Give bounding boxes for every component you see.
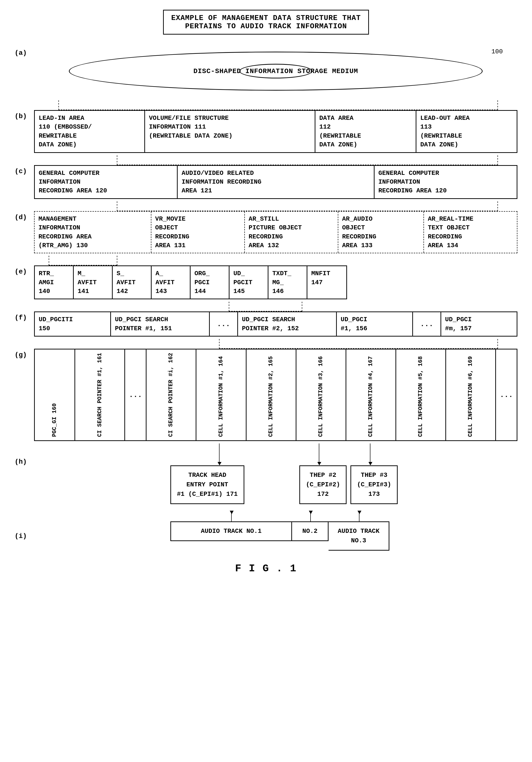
g-cell-6: CELL INFORMATION #2, 165 [246, 349, 297, 440]
row-b: (b) LEAD-IN AREA 110 (EMBOSSED/ REWRITAB… [15, 110, 517, 153]
e-cell-8: MNFIT 147 [307, 266, 346, 299]
b-cell-2: VOLUME/FILE STRUCTURE INFORMATION 111 (R… [145, 111, 315, 152]
row-e-boxes: RTR_ AMGI 140 M_ AVFIT 141 S_ AVFIT 142 … [34, 266, 347, 299]
label-f: (f) [15, 312, 34, 322]
g-cell-8: CELL INFORMATION #4, 167 [346, 349, 396, 440]
i-box-1: AUDIO TRACK NO.1 [170, 521, 292, 541]
row-c: (c) GENERAL COMPUTER INFORMATION RECORDI… [15, 165, 517, 199]
d-cell-1: MANAGEMENT INFORMATION RECORDING AREA (R… [34, 212, 151, 253]
e-cell-2: M_ AVFIT 141 [74, 266, 113, 299]
h-box-2: THEP #2 (C_EPI#2) 172 [299, 465, 347, 504]
row-c-content: GENERAL COMPUTER INFORMATION RECORDING A… [34, 165, 517, 199]
row-d-boxes: MANAGEMENT INFORMATION RECORDING AREA (R… [34, 211, 517, 254]
row-e: (e) RTR_ AMGI 140 M_ AVFIT 141 S_ AVFIT … [15, 266, 517, 299]
disc-number: 100 [491, 48, 503, 55]
e-cell-3: S_ AVFIT 142 [113, 266, 152, 299]
d-cell-4: AR_AUDIO OBJECT RECORDING AREA 133 [338, 212, 424, 253]
e-cell-7: TXDT_ MG_ 146 [268, 266, 307, 299]
c-cell-1: GENERAL COMPUTER INFORMATION RECORDING A… [35, 166, 178, 198]
g-cell-ellipsis-2: ... [496, 349, 517, 440]
h-box-3: THEP #3 (C_EPI#3) 173 [351, 465, 398, 504]
row-d: (d) MANAGEMENT INFORMATION RECORDING ARE… [15, 211, 517, 254]
row-g: (g) PGC_GI 160 CI SEARCH POINTER #1, 161… [15, 349, 517, 441]
label-h: (h) [15, 443, 34, 466]
f-cell-2: UD_PGCI SEARCH POINTER #1, 151 [111, 312, 210, 336]
label-b: (b) [15, 110, 34, 120]
i-box-3: AUDIO TRACK NO.3 [329, 521, 389, 551]
f-cell-5: UD_PGCI #1, 156 [337, 312, 413, 336]
row-h-content: TRACK HEAD ENTRY POINT #1 (C_EPI#1) 171 … [34, 443, 517, 521]
d-cell-2: VR_MOVIE OBJECT RECORDING AREA 131 [151, 212, 245, 253]
disc-container: 100 DISC-SHAPED INFORMATION STORAGE MEDI… [34, 47, 517, 98]
b-cell-1: LEAD-IN AREA 110 (EMBOSSED/ REWRITABLE D… [35, 111, 145, 152]
h-box-1: TRACK HEAD ENTRY POINT #1 (C_EPI#1) 171 [170, 465, 244, 504]
g-cell-7: CELL INFORMATION #3, 166 [297, 349, 346, 440]
i-box-2: NO.2 [292, 521, 329, 541]
label-c: (c) [15, 165, 34, 175]
row-g-boxes: PGC_GI 160 CI SEARCH POINTER #1, 161 ...… [34, 349, 517, 441]
fig-label: F I G . 1 [15, 563, 517, 574]
label-e: (e) [15, 266, 34, 275]
row-c-boxes: GENERAL COMPUTER INFORMATION RECORDING A… [34, 165, 517, 199]
label-g: (g) [15, 349, 34, 359]
row-d-content: MANAGEMENT INFORMATION RECORDING AREA (R… [34, 211, 517, 254]
row-a: (a) 100 DISC-SHAPED INFORMATION STORAGE … [15, 47, 517, 98]
b-cell-3: DATA AREA 112 (REWRITABLE DATA ZONE) [315, 111, 416, 152]
g-cell-ellipsis-1: ... [125, 349, 147, 440]
label-d: (d) [15, 211, 34, 221]
e-cell-6: UD_ PGCIT 145 [230, 266, 268, 299]
row-e-content: RTR_ AMGI 140 M_ AVFIT 141 S_ AVFIT 142 … [34, 266, 517, 299]
e-cell-4: A_ AVFIT 143 [152, 266, 191, 299]
b-cell-4: LEAD-OUT AREA 113 (REWRITABLE DATA ZONE) [416, 111, 517, 152]
row-a-content: 100 DISC-SHAPED INFORMATION STORAGE MEDI… [34, 47, 517, 98]
row-b-boxes: LEAD-IN AREA 110 (EMBOSSED/ REWRITABLE D… [34, 110, 517, 153]
f-cell-4: UD_PGCI SEARCH POINTER #2, 152 [238, 312, 337, 336]
g-cell-4: CI SEARCH POINTER #i, 162 [147, 349, 196, 440]
disc-label: DISC-SHAPED INFORMATION STORAGE MEDIUM [193, 67, 358, 75]
c-cell-3: GENERAL COMPUTER INFORMATION RECORDING A… [374, 166, 517, 198]
label-a: (a) [15, 47, 34, 57]
f-cell-7: UD_PGCI #m, 157 [441, 312, 517, 336]
d-cell-3: AR_STILL PICTURE OBJECT RECORDING AREA 1… [245, 212, 338, 253]
g-cell-9: CELL INFORMATION #5, 168 [396, 349, 446, 440]
e-cell-5: ORG_ PGCI 144 [191, 266, 230, 299]
g-cell-5: CELL INFORMATION #1, 164 [196, 349, 246, 440]
g-cell-2: CI SEARCH POINTER #1, 161 [75, 349, 125, 440]
row-g-content: PGC_GI 160 CI SEARCH POINTER #1, 161 ...… [34, 349, 517, 441]
row-i-content: AUDIO TRACK NO.1 NO.2 AUDIO TRACK NO.3 [34, 521, 517, 551]
page-title: EXAMPLE OF MANAGEMENT DATA STRUCTURE THA… [163, 10, 369, 35]
row-f-content: UD_PGCITI 150 UD_PGCI SEARCH POINTER #1,… [34, 312, 517, 337]
c-cell-2: AUDIO/VIDEO RELATED INFORMATION RECORDIN… [178, 166, 374, 198]
g-cell-1: PGC_GI 160 [35, 349, 75, 440]
f-cell-ellipsis-2: ... [413, 312, 441, 336]
e-cell-1: RTR_ AMGI 140 [35, 266, 74, 299]
row-f: (f) UD_PGCITI 150 UD_PGCI SEARCH POINTER… [15, 312, 517, 337]
label-i: (i) [15, 521, 34, 551]
row-b-content: LEAD-IN AREA 110 (EMBOSSED/ REWRITABLE D… [34, 110, 517, 153]
f-cell-ellipsis-1: ... [210, 312, 238, 336]
row-f-boxes: UD_PGCITI 150 UD_PGCI SEARCH POINTER #1,… [34, 312, 517, 337]
d-cell-5: AR_REAL-TIME TEXT OBJECT RECORDING AREA … [424, 212, 517, 253]
disc-outer: DISC-SHAPED INFORMATION STORAGE MEDIUM [69, 52, 483, 91]
f-cell-1: UD_PGCITI 150 [35, 312, 111, 336]
g-cell-10: CELL INFORMATION #6, 169 [446, 349, 496, 440]
